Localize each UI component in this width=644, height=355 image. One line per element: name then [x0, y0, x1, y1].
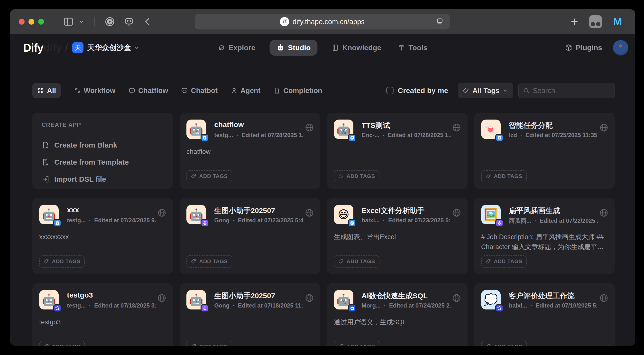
- grid-icon: [37, 87, 44, 94]
- add-tags-button[interactable]: ADD TAGS: [39, 341, 85, 346]
- app-emoji: 🤖: [189, 123, 203, 136]
- user-avatar[interactable]: [613, 40, 628, 56]
- sidebar-chevron-icon[interactable]: [78, 19, 84, 25]
- browser-titlebar: if dify.thape.com.cn/apps + M: [10, 9, 635, 34]
- add-tags-button[interactable]: ADD TAGS: [334, 341, 380, 346]
- add-tags-button[interactable]: ADD TAGS: [186, 341, 232, 346]
- new-tab-icon[interactable]: +: [571, 15, 578, 28]
- app-card[interactable]: 🤖 xxx testg... · Edited at 07/24/2025 9.…: [32, 198, 173, 274]
- app-icon: 🍬: [481, 120, 501, 139]
- address-bar[interactable]: if dify.thape.com.cn/apps: [195, 14, 450, 30]
- create-app-card: CREATE APP Create from Blank Create from…: [32, 113, 173, 189]
- sidebar-toggle-icon[interactable]: [63, 16, 74, 27]
- filter-completion[interactable]: Completion: [274, 87, 322, 95]
- reader-icon[interactable]: [435, 17, 444, 27]
- app-title: Excel文件分析助手: [362, 206, 448, 216]
- add-tags-button[interactable]: ADD TAGS: [481, 255, 527, 268]
- workflow-icon: [74, 87, 81, 94]
- globe-icon: [305, 123, 314, 132]
- screenshot: if dify.thape.com.cn/apps + M Dify dify …: [0, 0, 644, 355]
- app-title: 智能任务分配: [509, 121, 595, 131]
- workspace-chevron-icon[interactable]: [134, 45, 140, 51]
- globe-icon: [452, 208, 461, 217]
- plugins-button[interactable]: Plugins: [565, 44, 602, 52]
- app-emoji: 🤖: [42, 208, 56, 221]
- filter-chatflow[interactable]: Chatflow: [128, 87, 168, 95]
- record-icon[interactable]: [104, 16, 115, 27]
- nav-tools[interactable]: Tools: [395, 40, 430, 56]
- app-icon: 🤖: [186, 120, 206, 139]
- add-tags-button[interactable]: ADD TAGS: [334, 170, 380, 182]
- app-subtitle: Gong · Edited at 07/18/2025 11:35: [214, 302, 303, 309]
- app-type-badge: [53, 219, 62, 227]
- app-type-badge: [200, 134, 209, 142]
- app-type-badge: [200, 304, 209, 312]
- add-tags-button[interactable]: ADD TAGS: [481, 341, 527, 346]
- book-icon: [332, 44, 339, 51]
- workspace-name[interactable]: 天华众创沙盒: [88, 43, 131, 53]
- app-card[interactable]: 🤖 生图小助手202507 Gong · Edited at 07/18/202…: [180, 283, 320, 346]
- import-dsl-button[interactable]: Import DSL file: [42, 171, 164, 188]
- app-card[interactable]: 😄 Excel文件分析助手 baixi... · Edited at 07/23…: [327, 198, 468, 274]
- filter-all[interactable]: All: [32, 83, 61, 98]
- zoom-window-button[interactable]: [38, 19, 44, 25]
- tag-icon: [486, 344, 492, 346]
- app-type-badge: [348, 219, 356, 227]
- created-by-me-checkbox[interactable]: [386, 87, 394, 94]
- search-input[interactable]: [533, 87, 610, 95]
- close-window-button[interactable]: [19, 19, 24, 25]
- tab-overview-icon[interactable]: [589, 15, 602, 28]
- app-description: chatflow: [186, 147, 313, 157]
- app-emoji: 🤖: [336, 123, 350, 136]
- tag-icon: [486, 173, 492, 179]
- app-icon: 🤖: [334, 120, 354, 139]
- app-emoji: 🤖: [189, 293, 203, 306]
- app-card[interactable]: 🍬 智能任务分配 lzd · Edited at 07/25/2025 11:3…: [474, 113, 615, 189]
- app-title: 生图小助手202507: [214, 206, 300, 216]
- create-from-blank-button[interactable]: Create from Blank: [42, 137, 164, 154]
- add-tags-button[interactable]: ADD TAGS: [334, 255, 380, 268]
- screen-mirroring-icon[interactable]: [124, 16, 134, 27]
- nav-explore[interactable]: Explore: [216, 40, 258, 56]
- created-by-me-label[interactable]: Created by me: [398, 87, 448, 95]
- app-card[interactable]: 🤖 testgo3 testg... · Edited at 07/18/202…: [32, 283, 173, 346]
- app-card[interactable]: 💭 客户评价处理工作流 baixi... · Edited at 07/10/2…: [474, 283, 615, 346]
- extension-m-icon[interactable]: M: [613, 16, 622, 27]
- filter-chatbot[interactable]: Chatbot: [181, 87, 218, 95]
- tag-icon: [486, 259, 492, 264]
- app-card[interactable]: 🤖 AI数仓快速生成SQL Morg... · Edited at 07/24/…: [327, 283, 468, 346]
- app-icon: 🖼️: [481, 205, 501, 224]
- app-title: xxx: [67, 206, 153, 214]
- add-tags-button[interactable]: ADD TAGS: [39, 255, 85, 268]
- nav-studio[interactable]: Studio: [270, 40, 318, 56]
- add-tags-button[interactable]: ADD TAGS: [186, 255, 232, 268]
- app-subtitle: Morg... · Edited at 07/24/2025 2...: [362, 302, 450, 309]
- app-emoji: 🍬: [484, 123, 498, 136]
- tag-icon: [191, 344, 197, 346]
- add-tags-button[interactable]: ADD TAGS: [186, 170, 232, 182]
- app-card[interactable]: 🤖 chatflow testg... · Edited at 07/28/20…: [180, 113, 320, 189]
- tag-icon: [338, 173, 344, 179]
- app-subtitle: testg... · Edited at 07/28/2025 1...: [214, 132, 303, 139]
- app-subtitle: lzd · Edited at 07/25/2025 11:35: [509, 132, 598, 139]
- create-from-template-button[interactable]: Create from Template: [42, 154, 164, 171]
- nav-knowledge[interactable]: Knowledge: [329, 40, 384, 56]
- workspace-avatar[interactable]: 天: [72, 42, 84, 53]
- add-tags-button[interactable]: ADD TAGS: [481, 170, 527, 182]
- robot-icon: [276, 44, 284, 52]
- package-icon: [565, 44, 572, 52]
- search-container: [518, 83, 615, 98]
- app-card[interactable]: 🤖 TTS测试 Eric-... · Edited at 07/28/2025 …: [327, 113, 468, 189]
- app-icon: 🤖: [39, 290, 59, 309]
- minimize-window-button[interactable]: [28, 19, 34, 25]
- app-card[interactable]: 🤖 生图小助手202507 Gong · Edited at 07/23/202…: [180, 198, 320, 274]
- filter-workflow[interactable]: Workflow: [74, 87, 115, 95]
- app-title: chatflow: [214, 121, 300, 129]
- back-icon[interactable]: [143, 17, 152, 27]
- filter-agent[interactable]: Agent: [231, 87, 260, 95]
- app-subtitle: Eric-... · Edited at 07/28/2025 1...: [362, 132, 450, 139]
- app-title: 客户评价处理工作流: [509, 291, 595, 301]
- app-description: 生成图表、导出Excel: [334, 232, 461, 242]
- app-card[interactable]: 🖼️ 扁平风插画生成 西瓜西... · Edited at 07/22/2025…: [474, 198, 615, 274]
- all-tags-dropdown[interactable]: All Tags: [458, 83, 513, 98]
